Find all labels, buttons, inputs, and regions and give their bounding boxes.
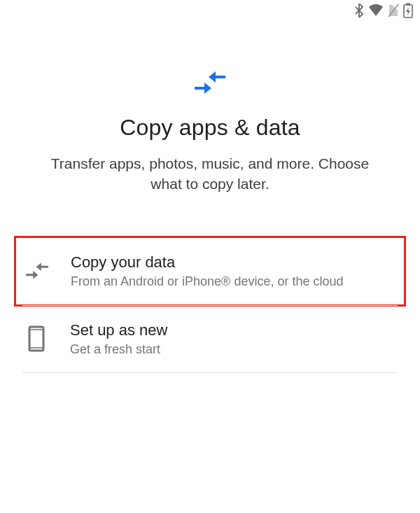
options-list: Copy your data From an Android or iPhone… bbox=[0, 237, 420, 373]
transfer-arrows-icon bbox=[195, 70, 225, 98]
option-text: Copy your data From an Android or iPhone… bbox=[71, 253, 396, 289]
option-title: Copy your data bbox=[71, 253, 396, 272]
hero-section: Copy apps & data Transfer apps, photos, … bbox=[0, 21, 420, 223]
wifi-icon bbox=[368, 4, 384, 17]
divider bbox=[22, 372, 398, 373]
option-copy-your-data[interactable]: Copy your data From an Android or iPhone… bbox=[14, 236, 406, 307]
bluetooth-icon bbox=[354, 3, 364, 17]
option-desc: From an Android or iPhone® device, or th… bbox=[71, 274, 396, 289]
no-sim-icon bbox=[388, 3, 399, 17]
option-desc: Get a fresh start bbox=[70, 342, 398, 357]
svg-rect-2 bbox=[406, 3, 410, 6]
status-bar bbox=[0, 0, 420, 21]
battery-charging-icon bbox=[403, 3, 413, 18]
svg-rect-4 bbox=[29, 330, 43, 348]
option-text: Set up as new Get a fresh start bbox=[70, 321, 398, 357]
svg-rect-3 bbox=[29, 327, 43, 351]
option-set-up-as-new[interactable]: Set up as new Get a fresh start bbox=[0, 306, 420, 372]
page-subtitle: Transfer apps, photos, music, and more. … bbox=[28, 153, 392, 195]
smartphone-icon bbox=[22, 325, 50, 352]
page-title: Copy apps & data bbox=[28, 115, 392, 141]
transfer-arrows-small-icon bbox=[23, 262, 51, 280]
option-title: Set up as new bbox=[70, 321, 398, 339]
